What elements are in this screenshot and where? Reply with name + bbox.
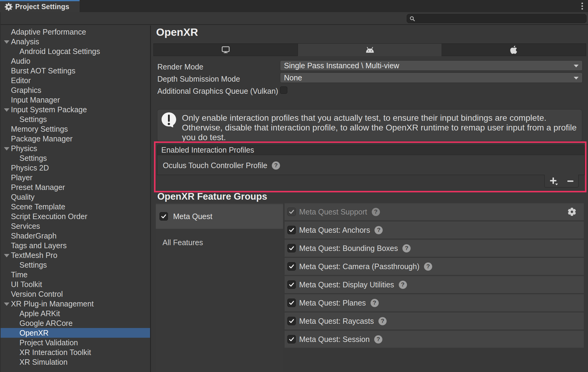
sidebar-item[interactable]: Editor <box>0 76 150 85</box>
feature-checkbox[interactable] <box>287 299 296 307</box>
feature-row[interactable]: Meta Quest: Bounding Boxes ? <box>285 240 584 257</box>
feature-checkbox[interactable] <box>287 244 296 252</box>
sidebar-item-label: Quality <box>11 192 35 202</box>
remove-profile-button[interactable] <box>566 176 574 186</box>
sidebar-item[interactable]: XR Plug-in Management <box>0 299 150 309</box>
tab-project-settings[interactable]: Project Settings <box>0 0 80 12</box>
help-icon[interactable]: ? <box>372 208 380 216</box>
help-icon[interactable]: ? <box>399 281 407 289</box>
sidebar-item[interactable]: Preset Manager <box>0 182 150 192</box>
sidebar-item[interactable]: Android Logcat Settings <box>0 46 150 56</box>
sidebar-item[interactable]: Input System Package <box>0 105 150 114</box>
sidebar-item[interactable]: XR Simulation <box>0 357 150 367</box>
project-settings-window: Project Settings Adaptive Performance <box>0 0 588 372</box>
android-icon <box>366 46 374 53</box>
tab-platform-android[interactable] <box>298 43 442 56</box>
feature-checkbox[interactable] <box>287 262 296 271</box>
help-icon[interactable]: ? <box>371 299 379 307</box>
sidebar-item-label: Android Logcat Settings <box>19 46 100 56</box>
sidebar-item[interactable]: Time <box>0 270 150 279</box>
sidebar-item-label: Input System Package <box>11 105 87 114</box>
sidebar-item[interactable]: Player <box>0 173 150 182</box>
sidebar-item[interactable]: Settings <box>0 114 150 124</box>
sidebar-item[interactable]: Memory Settings <box>0 124 150 134</box>
expander-triangle-icon[interactable] <box>4 303 9 306</box>
help-icon[interactable]: ? <box>424 262 432 271</box>
sidebar-item-label: Package Manager <box>11 134 73 144</box>
help-icon[interactable]: ? <box>374 226 383 234</box>
tab-platform-apple[interactable] <box>442 43 586 56</box>
help-icon[interactable]: ? <box>402 244 411 252</box>
gear-icon <box>5 3 13 11</box>
expander-triangle-icon[interactable] <box>4 254 9 257</box>
sidebar-item[interactable]: Settings <box>0 153 150 163</box>
help-icon[interactable]: ? <box>272 161 280 170</box>
sidebar-item[interactable]: Audio <box>0 56 150 66</box>
depth-submission-dropdown[interactable]: None <box>280 73 583 83</box>
sidebar-item[interactable]: Version Control <box>0 289 150 299</box>
desktop-icon <box>222 46 230 53</box>
sidebar-item[interactable]: Services <box>0 221 150 231</box>
feature-row[interactable]: Meta Quest: Planes ? <box>285 294 584 311</box>
sidebar-item[interactable]: OpenXR <box>0 328 150 338</box>
sidebar-item[interactable]: Settings <box>0 260 150 270</box>
feature-checkbox[interactable] <box>287 280 296 289</box>
sidebar-list: Adaptive Performance Analysis Android Lo… <box>0 25 150 367</box>
sidebar-item[interactable]: Script Execution Order <box>0 211 150 221</box>
meta-quest-checkbox[interactable] <box>159 212 168 221</box>
sidebar-item[interactable]: TextMesh Pro <box>0 250 150 260</box>
feature-row[interactable]: Meta Quest: Raycasts ? <box>285 313 584 330</box>
interaction-profile-row[interactable]: Oculus Touch Controller Profile ? <box>163 160 280 171</box>
feature-row[interactable]: Meta Quest Support ? <box>285 203 584 220</box>
sidebar-item[interactable]: XR Interaction Toolkit <box>0 347 150 357</box>
sidebar-item-label: XR Interaction Toolkit <box>19 347 91 357</box>
additional-graphics-queue-checkbox[interactable] <box>280 86 287 94</box>
check-icon <box>289 318 295 324</box>
sidebar-item[interactable]: Input Manager <box>0 95 150 105</box>
expander-triangle-icon[interactable] <box>4 40 9 44</box>
feature-row[interactable]: Meta Quest: Anchors ? <box>285 222 584 238</box>
render-mode-dropdown[interactable]: Single Pass Instanced \ Multi-view <box>280 60 583 71</box>
sidebar-item-label: Script Execution Order <box>11 211 87 221</box>
feature-row[interactable]: Meta Quest: Session ? <box>285 331 584 348</box>
sidebar-item[interactable]: Google ARCore <box>0 318 150 328</box>
feature-checkbox[interactable] <box>287 335 296 343</box>
feature-label: Meta Quest: Raycasts <box>299 317 374 326</box>
expander-triangle-icon[interactable] <box>4 108 9 112</box>
sidebar-item[interactable]: Scene Template <box>0 202 150 211</box>
help-icon[interactable]: ? <box>374 335 382 343</box>
sidebar-item[interactable]: Burst AOT Settings <box>0 66 150 76</box>
search-input[interactable] <box>407 14 586 23</box>
sidebar-item-label: Input Manager <box>11 95 60 105</box>
feature-group-meta-quest[interactable]: Meta Quest <box>156 204 283 229</box>
check-icon <box>289 245 295 251</box>
add-profile-button[interactable] <box>549 176 559 186</box>
feature-label: Meta Quest: Camera (Passthrough) <box>299 262 419 271</box>
feature-row[interactable]: Meta Quest: Display Utilities ? <box>285 276 584 293</box>
sidebar-item[interactable]: Quality <box>0 192 150 202</box>
feature-checkbox[interactable] <box>287 226 296 234</box>
sidebar-item[interactable]: Graphics <box>0 85 150 95</box>
expander-triangle-icon[interactable] <box>4 147 9 150</box>
sidebar-item[interactable]: Adaptive Performance <box>0 27 150 37</box>
sidebar-item[interactable]: Physics <box>0 144 150 153</box>
plus-icon <box>549 176 559 186</box>
feature-checkbox[interactable] <box>287 208 296 216</box>
profile-label: Oculus Touch Controller Profile <box>163 161 267 170</box>
all-features-item[interactable]: All Features <box>162 238 203 247</box>
help-icon[interactable]: ? <box>378 317 387 325</box>
sidebar-item[interactable]: ShaderGraph <box>0 231 150 241</box>
feature-row[interactable]: Meta Quest: Camera (Passthrough) ? <box>285 258 584 275</box>
sidebar-item[interactable]: Analysis <box>0 37 150 46</box>
sidebar-item[interactable]: UI Toolkit <box>0 279 150 289</box>
kebab-menu-icon[interactable] <box>579 2 585 10</box>
sidebar-item[interactable]: Physics 2D <box>0 163 150 173</box>
sidebar-item-label: Memory Settings <box>11 124 68 134</box>
sidebar-item[interactable]: Package Manager <box>0 134 150 144</box>
sidebar-item[interactable]: Apple ARKit <box>0 309 150 318</box>
feature-checkbox[interactable] <box>287 317 296 325</box>
sidebar-item[interactable]: Tags and Layers <box>0 241 150 250</box>
gear-icon[interactable] <box>568 208 576 216</box>
tab-platform-desktop[interactable] <box>153 43 298 56</box>
sidebar-item[interactable]: Project Validation <box>0 338 150 347</box>
